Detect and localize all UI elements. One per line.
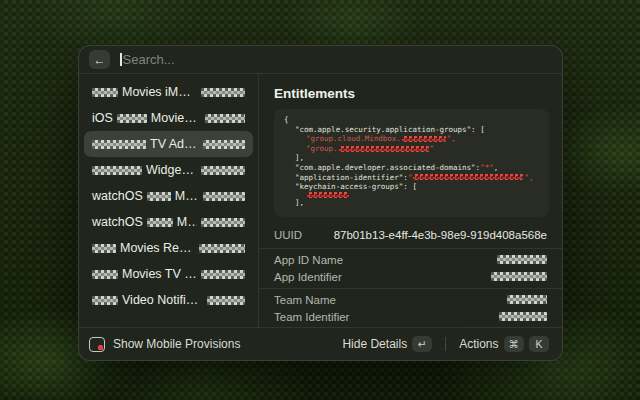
redacted-code	[307, 192, 349, 198]
redacted-code	[413, 174, 523, 180]
code-text: ],	[295, 153, 304, 163]
footer-separator	[445, 337, 446, 351]
list-item[interactable]: Movies iMessage…	[84, 79, 253, 105]
code-text: "	[408, 173, 413, 183]
redacted-text	[147, 218, 173, 227]
details-panel: Entitlements {"com.apple.security.applic…	[259, 74, 562, 327]
list-item[interactable]: Video Notification…	[84, 287, 253, 313]
redacted-text	[92, 140, 146, 149]
mobile-provisions-extension-icon	[89, 337, 105, 352]
redacted-text	[201, 270, 245, 279]
list-item-label: TV AdHoc	[150, 137, 199, 151]
entitlements-section: Entitlements {"com.apple.security.applic…	[259, 74, 562, 217]
entitlements-code: {"com.apple.security.application-groups"…	[274, 109, 549, 217]
code-text: ],	[295, 198, 304, 208]
k-keycap: K	[529, 336, 549, 352]
hide-details-label: Hide Details	[342, 337, 407, 351]
list-item-label: Widget Ex…	[146, 163, 197, 177]
list-item[interactable]: watchOSMovies…	[84, 209, 253, 235]
code-text: "com.apple.developer.associated-domains"…	[295, 163, 480, 173]
footer-bar: Show Mobile Provisions Hide Details ↵ Ac…	[79, 328, 562, 360]
return-keycap: ↵	[412, 336, 432, 352]
code-line: ],	[284, 153, 539, 163]
list-item-prefix: watchOS	[92, 215, 143, 229]
code-line: "group."	[284, 144, 539, 154]
search-bar: ←	[79, 46, 562, 73]
code-text: "	[430, 144, 435, 154]
field-label: Team Name	[274, 294, 336, 306]
redacted-text	[92, 296, 118, 305]
field-label: App Identifier	[274, 271, 342, 283]
field-row[interactable]: UUID87b01b13-e4ff-4e3b-98e9-919d408a568e	[274, 224, 547, 245]
code-text: "application-identifier":	[295, 173, 408, 183]
field-value: 87b01b13-e4ff-4e3b-98e9-919d408a568e	[334, 229, 547, 241]
code-text: "keychain-access-groups": [	[295, 182, 417, 192]
field-group: UUID87b01b13-e4ff-4e3b-98e9-919d408a568e	[259, 222, 562, 248]
redacted-code	[339, 146, 429, 152]
redacted-text	[117, 114, 147, 123]
arrow-left-icon: ←	[94, 54, 106, 66]
code-line: {	[284, 115, 539, 125]
redacted-value	[499, 312, 547, 321]
metadata-fields: UUID87b01b13-e4ff-4e3b-98e9-919d408a568e…	[259, 222, 562, 328]
launcher-window: ← Movies iMessage…iOSMovies App St…TV Ad…	[78, 45, 563, 361]
redacted-code	[402, 136, 446, 142]
redacted-text	[205, 114, 245, 123]
list-item-prefix: watchOS	[92, 189, 143, 203]
redacted-text	[92, 88, 118, 97]
redacted-text	[147, 192, 171, 201]
show-mobile-provisions-button[interactable]: Show Mobile Provisions	[89, 337, 240, 352]
field-row[interactable]: App ID Name	[274, 251, 547, 268]
code-text: {	[284, 115, 289, 125]
code-text: ,	[494, 163, 499, 173]
list-item[interactable]: iOSMovies App St…	[84, 105, 253, 131]
text-cursor	[120, 53, 122, 66]
code-text: "group.cloud.Mindbox.	[306, 134, 401, 144]
code-text: ",	[524, 173, 533, 183]
redacted-text	[92, 244, 116, 253]
code-line: ],	[284, 198, 539, 208]
search-input[interactable]	[123, 52, 553, 67]
footer-actions: Hide Details ↵ Actions ⌘ K	[339, 334, 552, 354]
code-line: "group.cloud.Mindbox.",	[284, 134, 539, 144]
details-title: Entitlements	[274, 86, 549, 101]
redacted-text	[207, 296, 245, 305]
actions-label: Actions	[459, 337, 498, 351]
field-row[interactable]: Team Name	[274, 291, 547, 308]
redacted-value	[497, 255, 547, 264]
redacted-text	[201, 166, 245, 175]
list-item-label: Movies App St…	[151, 111, 201, 125]
list-item-label: Movies…	[175, 189, 199, 203]
field-row[interactable]: Team Identifier	[274, 308, 547, 325]
list-item[interactable]: Movies TV Extensi…	[84, 261, 253, 287]
code-line: "keychain-access-groups": [	[284, 182, 539, 192]
redacted-text	[201, 88, 245, 97]
list-item-selected[interactable]: TV AdHoc	[84, 131, 253, 157]
hide-details-button[interactable]: Hide Details ↵	[339, 334, 435, 354]
list-item[interactable]: watchOSMovies…	[84, 183, 253, 209]
redacted-text	[201, 218, 245, 227]
field-label: Team Identifier	[274, 311, 349, 323]
list-item[interactable]: Movies Retail Dem…	[84, 235, 253, 261]
code-text: "com.apple.security.application-groups":…	[295, 125, 485, 135]
list-item[interactable]: Widget Ex…	[84, 157, 253, 183]
provision-list: Movies iMessage…iOSMovies App St…TV AdHo…	[79, 74, 259, 327]
field-row[interactable]: App Identifier	[274, 268, 547, 285]
redacted-text	[92, 166, 142, 175]
field-label: UUID	[274, 229, 302, 241]
redacted-text	[199, 244, 245, 253]
actions-button[interactable]: Actions ⌘ K	[456, 334, 552, 354]
list-item-label: Movies iMessage…	[122, 85, 197, 99]
redacted-value	[507, 295, 547, 304]
list-item-prefix: iOS	[92, 111, 113, 125]
redacted-text	[203, 140, 245, 149]
redacted-text	[203, 192, 245, 201]
extension-label: Show Mobile Provisions	[113, 337, 240, 351]
back-button[interactable]: ←	[89, 50, 110, 69]
field-group: App ID NameApp Identifier	[259, 249, 562, 288]
redacted-value	[491, 272, 547, 281]
code-text: "group.	[306, 144, 338, 154]
list-item-label: Movies…	[177, 215, 197, 229]
code-text: ",	[447, 134, 456, 144]
list-item-label: Movies TV Extensi…	[122, 267, 197, 281]
